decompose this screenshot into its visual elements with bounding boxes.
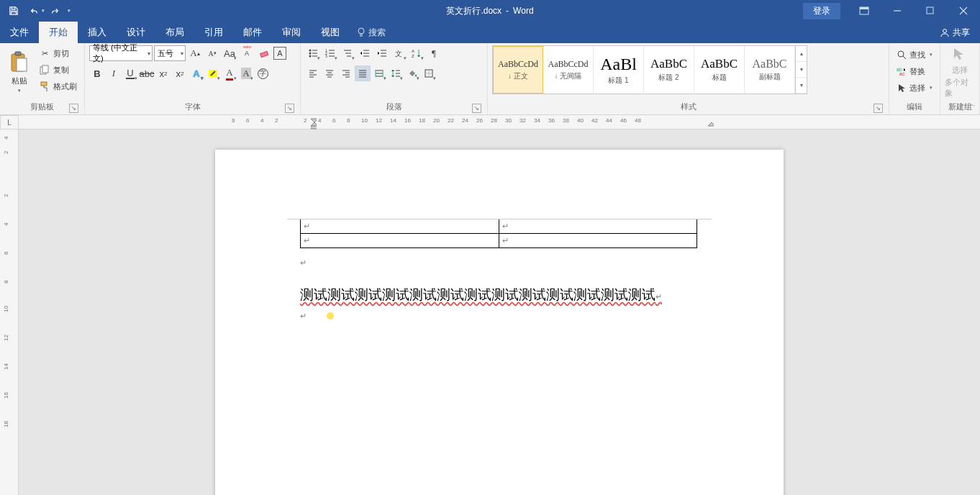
font-color-button[interactable]: A (222, 65, 237, 81)
content-table[interactable]: ↵↵ ↵↵ (300, 219, 697, 248)
tab-review[interactable]: 审阅 (272, 22, 311, 43)
decrease-indent-button[interactable] (357, 45, 373, 61)
undo-button[interactable] (24, 1, 43, 20)
qat-customize-icon[interactable]: ▾ (68, 8, 71, 14)
select-multiple-objects-button[interactable]: 选择 多个对象 (945, 45, 975, 99)
login-button[interactable]: 登录 (803, 3, 840, 19)
sort-icon: AZ (412, 48, 422, 58)
clipboard-launcher[interactable]: ↘ (69, 104, 78, 113)
tab-home[interactable]: 开始 (39, 22, 78, 43)
multilevel-list-button[interactable] (340, 45, 355, 61)
increase-indent-button[interactable] (374, 45, 390, 61)
style-item[interactable]: AaBbC标题 (694, 46, 745, 94)
shrink-font-button[interactable]: A▾ (204, 45, 220, 61)
tab-view[interactable]: 视图 (311, 22, 350, 43)
format-painter-button[interactable]: 格式刷 (36, 78, 80, 94)
change-case-button[interactable]: Aa (222, 45, 237, 61)
minimize-button[interactable] (881, 0, 914, 22)
superscript-button[interactable]: x2 (172, 65, 188, 81)
tab-mailings[interactable]: 邮件 (233, 22, 272, 43)
shading-button[interactable] (404, 65, 420, 81)
table-cell[interactable]: ↵ (301, 219, 499, 234)
grow-font-button[interactable]: A▴ (187, 45, 203, 61)
numbering-button[interactable]: 123 (322, 45, 338, 61)
table-row[interactable]: ↵↵ (301, 219, 697, 234)
table-row[interactable]: ↵↵ (301, 234, 697, 248)
undo-icon (29, 6, 39, 16)
style-item[interactable]: AaBbCcDd↓ 无间隔 (543, 46, 594, 94)
tab-references[interactable]: 引用 (194, 22, 233, 43)
bucket-icon (407, 68, 417, 78)
distribute-button[interactable] (371, 65, 387, 81)
save-button[interactable] (4, 1, 23, 20)
align-right-button[interactable] (338, 65, 354, 81)
document-area[interactable]: ↵↵ ↵↵ ↵ 测试测试测试测试测试测试测试测试测试测试测试测试测试↵ ↵ (19, 130, 980, 495)
maximize-button[interactable] (914, 0, 947, 22)
horizontal-ruler[interactable]: 8642246810121416182022242628303234363840… (19, 115, 980, 130)
replace-button[interactable]: abac 替换 (894, 63, 935, 79)
maximize-icon (926, 6, 935, 15)
tab-insert[interactable]: 插入 (78, 22, 117, 43)
styles-launcher[interactable]: ↘ (874, 104, 883, 113)
line-spacing-button[interactable] (388, 65, 404, 81)
styles-gallery-more[interactable]: ▴▾▾ (795, 46, 807, 94)
body-paragraph[interactable]: 测试测试测试测试测试测试测试测试测试测试测试测试测试↵ (300, 286, 699, 304)
phonetic-guide-button[interactable]: Awén (239, 45, 255, 61)
style-item[interactable]: AaBbC副标题 (745, 46, 795, 94)
ruler-tick: 8 (347, 117, 350, 124)
paragraph-launcher[interactable]: ↘ (472, 104, 481, 113)
sort-button[interactable]: AZ (409, 45, 425, 61)
select-button[interactable]: 选择▾ (894, 80, 935, 96)
bullets-button[interactable] (305, 45, 321, 61)
cut-button[interactable]: ✂ 剪切 (36, 45, 80, 61)
character-border-button[interactable]: A (273, 47, 286, 60)
undo-dropdown-icon[interactable]: ▾ (42, 8, 45, 14)
ruler-tick: 38 (563, 117, 569, 124)
bold-button[interactable]: B (89, 65, 105, 81)
table-cell[interactable]: ↵ (499, 219, 697, 234)
table-cell[interactable]: ↵ (301, 234, 499, 248)
subscript-button[interactable]: x2 (155, 65, 171, 81)
style-item[interactable]: AaBbC标题 2 (644, 46, 694, 94)
style-item[interactable]: AaBbCcDd↓ 正文 (493, 46, 543, 94)
enclose-characters-button[interactable]: 字 (255, 65, 271, 81)
find-button[interactable]: 查找▾ (894, 47, 935, 63)
character-shading-button[interactable]: A (238, 65, 254, 81)
align-justify-button[interactable] (355, 65, 371, 81)
indent-marker-right-icon[interactable] (708, 115, 714, 130)
asian-layout-button[interactable]: 文 (391, 45, 407, 61)
close-button[interactable] (947, 0, 980, 22)
copy-button[interactable]: 复制 (36, 62, 80, 78)
share-button[interactable]: 共享 (930, 22, 980, 43)
align-left-button[interactable] (305, 65, 321, 81)
show-marks-button[interactable]: ¶ (426, 45, 442, 61)
strikethrough-button[interactable]: abc (139, 65, 155, 81)
font-name-combo[interactable]: 等线 (中文正文)▾ (89, 45, 153, 61)
ruler-tick: 16 (3, 392, 9, 399)
ruler-corner[interactable]: L (0, 115, 19, 130)
indent-marker-left-icon[interactable] (311, 115, 317, 130)
align-center-button[interactable] (322, 65, 337, 81)
vertical-ruler[interactable]: L 4224681012141618 (0, 115, 19, 495)
document-name: 英文折行.docx (446, 5, 502, 17)
styles-gallery[interactable]: AaBbCcDd↓ 正文AaBbCcDd↓ 无间隔AaBl标题 1AaBbC标题… (492, 45, 807, 94)
paste-button[interactable]: 粘贴 ▾ (4, 45, 35, 99)
italic-button[interactable]: I (106, 65, 122, 81)
style-item[interactable]: AaBl标题 1 (594, 46, 644, 94)
font-launcher[interactable]: ↘ (285, 104, 294, 113)
ribbon-display-button[interactable] (848, 0, 881, 22)
tab-design[interactable]: 设计 (117, 22, 155, 43)
font-size-combo[interactable]: 五号▾ (154, 45, 186, 61)
tab-layout[interactable]: 布局 (155, 22, 194, 43)
text-effects-button[interactable]: A (189, 65, 204, 81)
clear-formatting-button[interactable] (256, 45, 272, 61)
table-cell[interactable]: ↵ (499, 234, 697, 248)
borders-button[interactable] (421, 65, 437, 81)
ruler-tick: 18 (419, 117, 425, 124)
tell-me-search[interactable]: 搜索 (350, 22, 393, 43)
underline-button[interactable]: U (122, 65, 138, 81)
highlight-button[interactable] (205, 65, 221, 81)
redo-button[interactable] (46, 1, 65, 20)
collapse-ribbon-button[interactable]: ︿ (968, 99, 976, 109)
tab-file[interactable]: 文件 (0, 22, 39, 43)
